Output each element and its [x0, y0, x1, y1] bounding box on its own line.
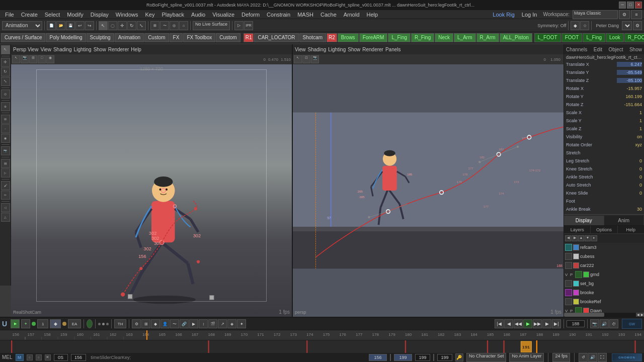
layer-refcam3[interactable]: refcam3 — [564, 243, 644, 252]
channel-rotate-y[interactable]: Rotate Y 160.199 — [564, 93, 644, 101]
paint-btn[interactable]: 🖌 — [1, 181, 10, 190]
mel-icon2[interactable]: ○ — [36, 354, 42, 360]
channel-rotate-order[interactable]: Rotate Order xyz — [564, 141, 644, 149]
layer-next-btn[interactable]: ▶ — [572, 235, 578, 241]
transport-settings-icon[interactable]: ⚙ — [132, 319, 141, 328]
status-sound-icon[interactable]: 🔊 — [588, 353, 597, 362]
close-button[interactable]: ✕ — [635, 2, 642, 9]
panel-scroll-left[interactable]: ◀ — [636, 313, 640, 317]
channel-scale-y[interactable]: Scale Y 1 — [564, 117, 644, 125]
key-btn[interactable]: ◆ — [50, 319, 61, 328]
channels-edit[interactable]: Edit — [594, 47, 602, 52]
layer-dawn[interactable]: V P Dawn — [564, 306, 644, 313]
breakdown-icon[interactable]: ◇ — [580, 21, 589, 30]
transport-rig-icon[interactable]: 🔗 — [180, 319, 189, 328]
menu-cache[interactable]: Cache — [317, 11, 340, 18]
subtab-layers[interactable]: Layers — [564, 226, 591, 233]
channel-scale-z[interactable]: Scale Z 1 — [564, 125, 644, 133]
channel-visibility[interactable]: Visibility on — [564, 133, 644, 141]
menu-deform[interactable]: Deform — [238, 11, 263, 18]
vp-grid-icon[interactable]: ⊞ — [29, 55, 37, 63]
channel-scale-x[interactable]: Scale X 1 — [564, 109, 644, 117]
crease-btn[interactable]: ◁ — [1, 203, 10, 212]
transport-anim-icon[interactable]: ▶ — [189, 319, 198, 328]
channels-label[interactable]: Channels — [566, 47, 587, 52]
step-fwd-btn[interactable]: ▶ — [542, 319, 551, 328]
workspace-dropdown[interactable]: Maya Classic — [573, 10, 618, 19]
camera-shake-icon[interactable]: 📷 — [590, 319, 599, 328]
end-frame-input2[interactable] — [437, 354, 452, 361]
save-icon[interactable]: 💾 — [66, 21, 75, 30]
vp-menu-view[interactable]: View — [40, 47, 51, 52]
status-loop-icon[interactable]: ↺ — [579, 353, 588, 362]
menu-create[interactable]: Create — [18, 11, 41, 18]
layer-brooke-vis[interactable] — [565, 289, 572, 296]
menu-arnold[interactable]: Arnold — [341, 11, 363, 18]
show-manip-btn[interactable]: ⊕ — [1, 102, 10, 111]
transport-key-icon[interactable]: ◆ — [151, 319, 160, 328]
mel-mode-btn[interactable]: M — [16, 354, 24, 361]
tab-anim[interactable]: Anim — [604, 216, 645, 225]
tab-custom1[interactable]: Custom — [144, 33, 169, 42]
select-icon[interactable]: ↖ — [99, 21, 108, 30]
tab-shotcam[interactable]: Shotcam — [299, 33, 326, 42]
mode-dropdown[interactable]: Animation — [2, 21, 42, 30]
menu-visualize[interactable]: Visualize — [209, 11, 237, 18]
transport-render-icon[interactable]: 🎬 — [208, 319, 217, 328]
vp2-frame-icon[interactable]: ⊡ — [302, 55, 310, 63]
channel-ankle-break[interactable]: Ankle Break 30 — [564, 205, 644, 213]
subtab-help[interactable]: Help — [618, 226, 644, 233]
look-rig-menu[interactable]: Look Rig — [490, 11, 517, 18]
toolbar-settings-icon[interactable]: ≡ — [631, 10, 642, 19]
tab-poly[interactable]: Poly Modelling — [46, 33, 86, 42]
channel-stretch[interactable]: Stretch — [564, 149, 644, 157]
play-fwd-btn[interactable]: ▶▶ — [533, 319, 542, 328]
channel-rotate-z[interactable]: Rotate Z -151.664 — [564, 101, 644, 109]
rotate-tool-btn[interactable]: ↻ — [1, 67, 10, 76]
layer-down-btn[interactable]: ▼ — [585, 235, 591, 241]
vp-menu-shading[interactable]: Shading — [53, 47, 72, 52]
channels-show[interactable]: Show — [629, 47, 642, 52]
vp-menu-renderer2[interactable]: Renderer — [362, 47, 383, 52]
rotate-icon[interactable]: ↻ — [127, 21, 136, 30]
range-end-input[interactable] — [394, 354, 412, 361]
menu-audio[interactable]: Audio — [188, 11, 208, 18]
fps-btn[interactable]: 24 fps — [552, 353, 570, 362]
layer-car222[interactable]: car222 — [564, 261, 644, 270]
menu-key[interactable]: Key — [142, 11, 157, 18]
lasso-icon[interactable]: ◌ — [108, 21, 117, 30]
layer-grnd[interactable]: V P grnd — [564, 270, 644, 279]
right-vp-canvas[interactable]: 185 265 265 185 182 181 177 178 — [293, 64, 564, 317]
play-btn[interactable]: ▶ — [523, 319, 532, 328]
char-set-btn[interactable]: No Character Set — [466, 353, 507, 362]
layer-brookeref-vis[interactable] — [565, 298, 572, 305]
layer-prev-btn[interactable]: ◀ — [565, 235, 571, 241]
vp-wire-icon[interactable]: □ — [38, 55, 46, 63]
timeline-ruler[interactable]: 156 157 158 159 160 161 162 163 164 165 … — [0, 330, 644, 340]
vp-menu-lighting2[interactable]: Lighting — [328, 47, 346, 52]
channel-auto-stretch[interactable]: Auto Stretch 0 — [564, 181, 644, 189]
vp-smooth-icon[interactable]: ◉ — [46, 55, 54, 63]
channel-foot[interactable]: Foot — [564, 197, 644, 205]
menu-display[interactable]: Display — [88, 11, 112, 18]
scale-icon[interactable]: ⤡ — [137, 21, 146, 30]
snap-grid-btn[interactable]: ⊞ — [1, 115, 10, 124]
tab-sculpting[interactable]: Sculpting — [87, 33, 114, 42]
tab-brows[interactable]: Brows — [338, 33, 359, 42]
vp-camera-icon[interactable]: 📷 — [21, 55, 29, 63]
minimize-button[interactable]: ─ — [619, 2, 626, 9]
channels-scroll[interactable]: Translate X 6.247 Translate Y -85.549 Tr… — [564, 60, 644, 313]
vp-menu-shading2[interactable]: Shading — [308, 47, 327, 52]
select-tool-btn[interactable]: ↖ — [1, 45, 10, 54]
snap-curve-icon[interactable]: 〜 — [160, 21, 169, 30]
layer-up-btn[interactable]: ▲ — [578, 235, 584, 241]
channels-object[interactable]: Object — [609, 47, 623, 52]
layer-cubess[interactable]: cubess — [564, 252, 644, 261]
maximize-button[interactable]: □ — [627, 2, 634, 9]
anim-layer-btn[interactable]: No Anim Layer — [509, 353, 544, 362]
camera-btn[interactable]: 📷 — [1, 146, 10, 155]
scale-tool-btn[interactable]: ⤡ — [1, 77, 10, 86]
tab-rarm[interactable]: R_Arm — [476, 33, 499, 42]
panel-scrollbar[interactable]: ◀ ▶ — [564, 313, 644, 317]
layer-brookeref[interactable]: brookeRef — [564, 297, 644, 306]
